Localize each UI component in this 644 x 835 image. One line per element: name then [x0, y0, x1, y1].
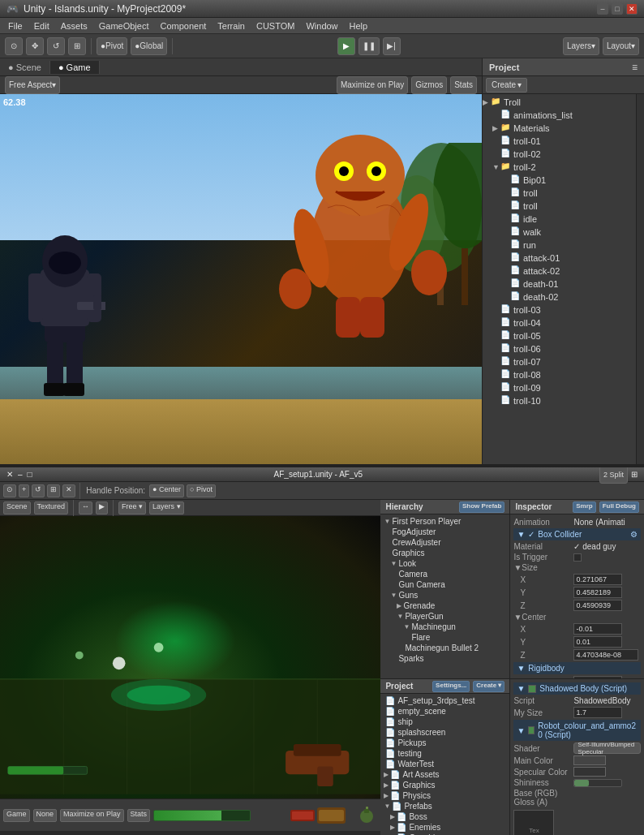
project-menu-icon[interactable]: ≡ [632, 62, 638, 73]
hierarchy-item[interactable]: CrewAdjuster [380, 537, 509, 548]
hand-tool-btn2[interactable]: ⊙ [3, 484, 16, 497]
project-tree-item[interactable]: 📄death-02 [483, 291, 636, 303]
menu-assets[interactable]: Assets [56, 20, 92, 32]
stats-btn2[interactable]: Stats [127, 809, 151, 822]
rotate-tool-button[interactable]: ↺ [47, 37, 65, 55]
robot-colour-header[interactable]: ▼ Robot_colour_and_ammo2 0 (Script) [513, 720, 641, 741]
close-toolbar-btn[interactable]: ✕ [62, 484, 75, 497]
project-scrollbar[interactable] [636, 94, 644, 464]
menu-terrain[interactable]: Terrain [213, 20, 250, 32]
robot-check[interactable] [528, 726, 535, 734]
menu-file[interactable]: File [3, 20, 28, 32]
tab-game[interactable]: ● Game [50, 61, 100, 74]
global-button[interactable]: ● Global [131, 37, 167, 55]
project-bottom-item[interactable]: ▶ 📄Physics [380, 790, 509, 801]
menu-window[interactable]: Window [301, 20, 342, 32]
window2-min-icon[interactable]: – [18, 470, 23, 479]
project-bottom-item[interactable]: ▼ 📄Prefabs [380, 801, 509, 811]
center-y-input[interactable] [573, 636, 622, 648]
hierarchy-item[interactable]: ▼ Guns [380, 590, 509, 600]
minimize-button[interactable]: – [597, 3, 608, 15]
project-tree-item[interactable]: 📄idle [483, 213, 636, 226]
split-button[interactable]: 2 Split [599, 467, 628, 484]
hierarchy-item[interactable]: ▼ Machinegun [380, 622, 509, 632]
free-aspect-dropdown[interactable]: Free Aspect ▾ [5, 76, 60, 94]
my-size-input[interactable] [573, 707, 622, 718]
textured-tab-btn[interactable]: Textured [34, 501, 69, 514]
project-tree-item[interactable]: 📄troll [483, 187, 636, 200]
project-tree-item[interactable]: 📄troll-07 [483, 355, 636, 368]
step-button[interactable]: ▶| [383, 37, 401, 55]
layers-btn[interactable]: Layers ▾ [149, 501, 184, 514]
tab-scene[interactable]: ● Scene [0, 61, 50, 74]
menu-custom[interactable]: CUSTOM [251, 20, 299, 32]
hierarchy-item[interactable]: ▼ PlayerGun [380, 611, 509, 622]
maximize-play-btn[interactable]: Maximize on Play [60, 809, 124, 822]
pivot-radio-btn[interactable]: ○ Pivot [187, 484, 216, 497]
project-tree-item[interactable]: 📄troll-08 [483, 368, 636, 381]
hierarchy-item[interactable]: Gun Camera [380, 579, 509, 590]
menu-help[interactable]: Help [345, 20, 373, 32]
project-bottom-item[interactable]: ▶ 📄Art Assets [380, 769, 509, 780]
scale-tool-button[interactable]: ⊞ [68, 37, 86, 55]
shadowed-body-header[interactable]: ▼ Shadowed Body (Script) [513, 682, 641, 695]
project-bottom-item[interactable]: 📄testing [380, 748, 509, 759]
pause-button[interactable]: ❚❚ [358, 37, 380, 55]
scene-3d-content[interactable] [0, 516, 380, 798]
none-btn[interactable]: None [33, 809, 58, 822]
project-bottom-item[interactable]: ▶ 📄Enemies [380, 822, 509, 833]
project-tree-item[interactable]: 📄troll-04 [483, 316, 636, 329]
project-tree-item[interactable]: 📄troll-06 [483, 342, 636, 355]
hierarchy-item[interactable]: Camera [380, 569, 509, 579]
settings-button[interactable]: Settings... [432, 681, 470, 692]
collider-settings-icon[interactable]: ⚙ [630, 530, 638, 539]
specular-color-swatch[interactable] [573, 767, 606, 777]
project-tree-item[interactable]: 📄troll-05 [483, 329, 636, 342]
rotate-tool-btn2[interactable]: ↺ [32, 484, 45, 497]
create-bottom-button[interactable]: Create ▾ [473, 681, 504, 692]
game-label-btn[interactable]: Game [3, 809, 30, 822]
project-tree-item[interactable]: 📄troll-01 [483, 135, 636, 148]
persp-btn[interactable]: ↔ [79, 501, 92, 514]
project-bottom-item[interactable]: 📄AF_setup_3rdps_test [380, 695, 509, 706]
play-button[interactable]: ▶ [337, 37, 355, 55]
gizmos-button[interactable]: Gizmos [411, 76, 447, 94]
project-tree-item[interactable]: 📄troll-03 [483, 303, 636, 316]
window2-max-icon[interactable]: □ [28, 470, 32, 479]
maximize-button[interactable]: □ [612, 3, 623, 15]
window2-close-icon[interactable]: ✕ [6, 470, 13, 479]
move-tool-button[interactable]: ✥ [26, 37, 44, 55]
hierarchy-item[interactable]: Flare [380, 632, 509, 643]
layout-dropdown[interactable]: Layout ▾ [603, 37, 639, 55]
is-trigger-checkbox[interactable] [573, 553, 582, 562]
game-viewport[interactable]: 62.38 [0, 94, 482, 464]
hand-tool-button[interactable]: ⊙ [5, 37, 23, 55]
project-bottom-item[interactable]: 📄Pickups [380, 738, 509, 748]
hierarchy-item[interactable]: ▼ Look [380, 558, 509, 569]
project-tree-item[interactable]: 📄troll-10 [483, 394, 636, 407]
project-tree-item[interactable]: 📄walk [483, 226, 636, 239]
project-tree-item[interactable]: 📄troll-02 [483, 148, 636, 161]
base-texture-thumb[interactable]: Tex [513, 810, 554, 835]
project-tree-item[interactable]: 📄Bip01 [483, 174, 636, 187]
shader-dropdown[interactable]: Self-Illumn/Bumped Specular [573, 742, 641, 754]
project-tree-item[interactable]: 📄troll [483, 200, 636, 213]
layers-dropdown[interactable]: Layers ▾ [563, 37, 599, 55]
shininess-slider[interactable] [573, 779, 622, 787]
menu-component[interactable]: Component [155, 20, 211, 32]
hierarchy-item[interactable]: ▶ Grenade [380, 600, 509, 611]
center-z-input[interactable] [573, 649, 638, 661]
full-debug-button[interactable]: Full Debug [599, 501, 639, 513]
hierarchy-item[interactable]: Machinegun Bullet 2 [380, 643, 509, 653]
smrp-button[interactable]: Smrp [573, 501, 595, 513]
center-x-input[interactable] [573, 623, 622, 635]
size-y-input[interactable] [573, 587, 622, 598]
show-prefab-button[interactable]: Show Prefab [459, 501, 504, 513]
scene-tab-btn[interactable]: Scene [3, 501, 31, 514]
project-bottom-item[interactable]: 📄ship [380, 717, 509, 727]
main-color-swatch[interactable] [573, 755, 606, 765]
hierarchy-item[interactable]: Sparks [380, 653, 509, 664]
close-button[interactable]: ✕ [626, 3, 638, 15]
scene-play-btn[interactable]: ▶ [96, 501, 108, 514]
project-bottom-item[interactable]: 📄splashscreen [380, 727, 509, 738]
